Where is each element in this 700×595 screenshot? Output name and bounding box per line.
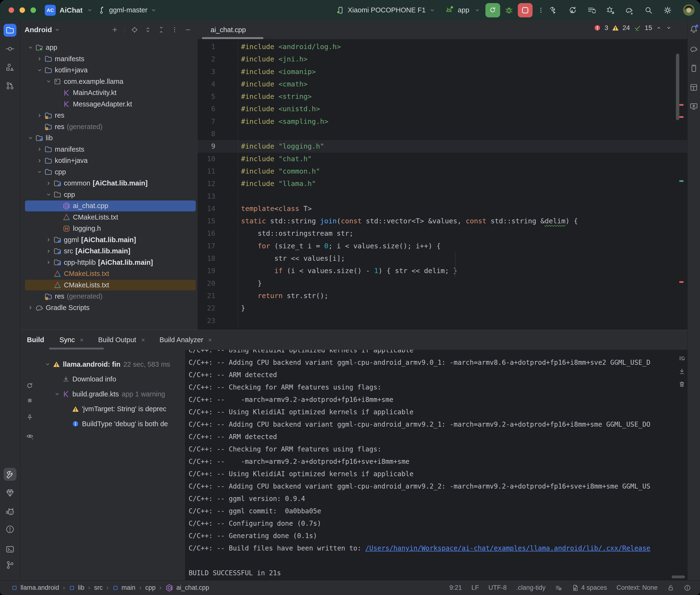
build-icon[interactable] [4,468,17,481]
code-line-20[interactable]: 20 } [198,277,688,289]
close-icon[interactable] [140,337,146,343]
tree-item-cmakelists-txt[interactable]: CMakeLists.txt [20,212,198,223]
code-line-23[interactable]: 23 [198,314,688,327]
device-manager-icon[interactable] [690,64,698,73]
chevron-down-icon[interactable] [43,361,52,368]
error-stripe-mark[interactable] [679,116,683,118]
gradle-sync-icon[interactable] [625,6,634,15]
tree-item-cmakelists-txt[interactable]: CMakeLists.txt [20,268,198,280]
code-line-22[interactable]: 22} [198,302,688,314]
tree-item-gradle-scripts[interactable]: Gradle Scripts [20,302,198,314]
breadcrumb-item[interactable]: ai_chat.cpp [165,584,209,592]
build-tree-item[interactable]: 'jvmTarget: String' is deprec [39,402,185,417]
chevron-down-icon[interactable] [150,7,157,13]
status-item-9-21[interactable]: 9:21 [449,584,462,591]
tree-item-res[interactable]: res(generated) [20,291,198,302]
code-line-6[interactable]: 6#include <unistd.h> [198,103,688,115]
device-selector[interactable]: Xiaomi POCOPHONE F1 [336,0,436,20]
project-view-selector[interactable]: Android [25,26,52,34]
inspections-widget[interactable]: 32415 [594,24,672,32]
hide-icon[interactable] [184,26,192,33]
chevron-down-icon[interactable] [35,67,44,74]
tree-item-src[interactable]: src[AiChat.lib.main] [20,246,198,257]
branch-name[interactable]: ggml-master [109,6,147,14]
app-quality-insights-icon[interactable] [5,488,15,498]
tree-item-cpp[interactable]: cpp [20,189,198,200]
code-line-11[interactable]: 11#include "common.h" [198,165,688,177]
build-tree-item[interactable]: llama.android: fin22 sec, 583 ms [39,357,185,372]
tree-item-ggml[interactable]: ggml[AiChat.lib.main] [20,234,198,246]
tree-item-cpp-httplib[interactable]: cpp-httplib[AiChat.lib.main] [20,257,198,268]
notifications-icon[interactable] [690,25,698,33]
more-icon[interactable] [171,26,178,33]
error-stripe-mark[interactable] [679,104,683,106]
code-line-3[interactable]: 3#include <iomanip> [198,65,688,78]
tree-item-ai-chat-cpp[interactable]: ai_chat.cpp [20,200,198,212]
version-control-icon[interactable] [5,561,15,569]
scroll-to-end-icon[interactable] [678,368,685,375]
close-icon[interactable] [79,337,85,343]
status-item-utf-8[interactable]: UTF-8 [488,584,507,591]
chevron-down-icon[interactable] [35,169,44,175]
code-line-9[interactable]: 9#include "logging.h" [198,140,688,152]
chevron-right-icon[interactable] [35,55,44,62]
build-tree-item[interactable]: build.gradle.ktsapp 1 warning [39,387,185,402]
code-line-18[interactable]: 18 str << values[i]; [198,252,688,264]
apply-changes-icon[interactable] [568,6,577,15]
editor-tab[interactable]: ai_chat.cpp [202,20,254,39]
breadcrumb-item[interactable]: llama.android [11,584,59,591]
chevron-right-icon[interactable] [35,146,44,152]
chevron-down-icon[interactable] [474,7,481,13]
chevron-down-icon[interactable] [44,191,53,198]
problems-icon[interactable] [5,525,15,534]
code-editor[interactable]: 1#include <android/log.h>2#include <jni.… [198,40,688,327]
more-actions-icon[interactable] [537,7,544,14]
build-console[interactable]: C/C++: -- Using KleidiAI optimized kerne… [185,350,688,580]
chevron-right-icon[interactable] [26,304,35,311]
build-tree-item[interactable]: BuildType 'debug' is both de [39,417,185,431]
console-link[interactable]: /Users/hanyin/Workspace/ai-chat/examples… [365,544,650,552]
chevron-down-icon[interactable] [26,135,35,141]
add-icon[interactable] [111,26,118,33]
chevron-down-icon[interactable] [86,7,93,13]
chevron-down-icon[interactable] [53,391,62,397]
collapse-all-icon[interactable] [158,26,165,33]
filter-eye-icon[interactable] [26,432,34,440]
code-line-10[interactable]: 10#include "chat.h" [198,152,688,165]
code-line-2[interactable]: 2#include <jni.h> [198,53,688,65]
chevron-right-icon[interactable] [35,158,44,164]
build-tab-build-analyzer[interactable]: Build Analyzer [153,330,220,350]
structure-icon[interactable] [5,63,15,72]
code-line-1[interactable]: 1#include <android/log.h> [198,40,688,53]
settings-icon[interactable] [663,6,672,15]
chev-down-icon[interactable] [666,25,672,31]
breadcrumb-item[interactable]: src [94,584,103,591]
code-line-16[interactable]: 16 std::ostringstream str; [198,227,688,239]
tree-item-cpp[interactable]: cpp [20,166,198,178]
chevron-down-icon[interactable] [44,78,53,85]
user-avatar[interactable] [683,4,695,16]
stop-button[interactable] [518,3,533,18]
breadcrumb-item[interactable]: main [112,584,136,591]
pull-requests-icon[interactable] [5,81,15,90]
build-tree-item[interactable]: Download info [39,372,185,387]
studio-bot-icon[interactable] [5,507,15,516]
chevron-down-icon[interactable] [26,44,35,51]
soft-wrap-icon[interactable] [678,355,685,362]
tree-item-cmakelists-txt[interactable]: CMakeLists.txt [20,280,198,291]
tree-item-com-example-llama[interactable]: com.example.llama [20,76,198,87]
tree-item-common[interactable]: common[AiChat.lib.main] [20,178,198,189]
minimize-window-button[interactable] [20,7,25,13]
code-line-5[interactable]: 5#include <string> [198,90,688,103]
code-line-4[interactable]: 4#include <cmath> [198,78,688,90]
code-line-17[interactable]: 17 for (size_t i = 0; i < values.size();… [198,240,688,252]
tree-item-logging-h[interactable]: logging.h [20,223,198,234]
chevron-right-icon[interactable] [44,180,53,187]
tree-item-mainactivity-kt[interactable]: MainActivity.kt [20,87,198,98]
project-icon[interactable] [4,24,17,37]
running-devices-icon[interactable] [690,102,698,111]
build-tab-sync[interactable]: Sync [53,330,91,350]
build-tab-build-output[interactable]: Build Output [91,330,153,350]
clear-all-icon[interactable] [678,381,685,388]
status-item-4-spaces[interactable]: 4 spaces [571,584,607,591]
